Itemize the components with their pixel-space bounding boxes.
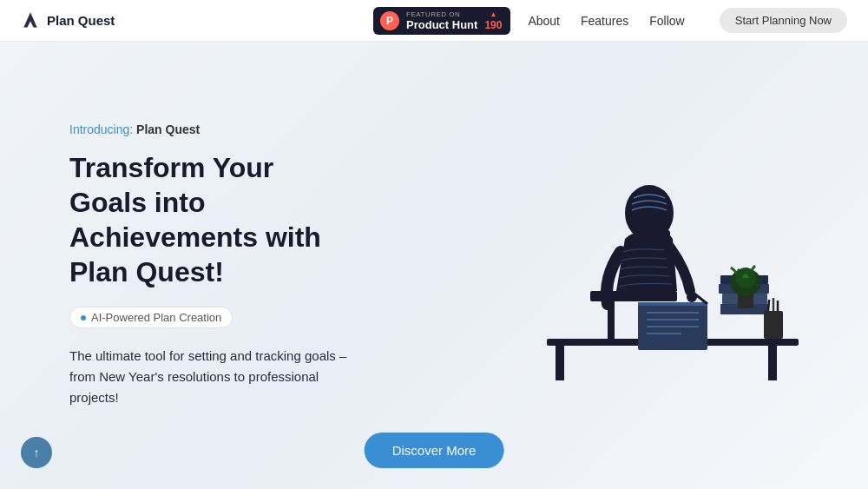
ph-featured-on: FEATURED ON bbox=[406, 10, 477, 18]
svg-point-6 bbox=[625, 185, 674, 241]
discover-more-container: Discover More bbox=[365, 433, 504, 468]
ph-logo-icon: P bbox=[380, 11, 399, 30]
hero-description: The ultimate tool for setting and tracki… bbox=[69, 346, 347, 408]
intro-prefix: Introducing: bbox=[69, 122, 133, 136]
product-hunt-badge[interactable]: P FEATURED ON Product Hunt ▲ 190 bbox=[373, 7, 510, 35]
svg-rect-22 bbox=[764, 311, 783, 339]
nav-center: P FEATURED ON Product Hunt ▲ 190 About F… bbox=[373, 7, 847, 35]
ph-text-block: FEATURED ON Product Hunt bbox=[406, 10, 477, 31]
ph-count: ▲ 190 bbox=[484, 10, 502, 31]
ph-number: 190 bbox=[484, 19, 502, 31]
ai-badge: AI-Powered Plan Creation bbox=[69, 307, 233, 328]
discover-more-button[interactable]: Discover More bbox=[365, 433, 504, 468]
hero-section: Introducing: Plan Quest Transform Your G… bbox=[0, 122, 417, 408]
svg-line-23 bbox=[768, 300, 769, 311]
back-to-top-icon: ↑ bbox=[34, 446, 40, 459]
svg-rect-1 bbox=[556, 346, 564, 380]
ph-arrow-icon: ▲ bbox=[490, 10, 496, 18]
nav-link-follow[interactable]: Follow bbox=[649, 14, 684, 28]
logo[interactable]: Plan Quest bbox=[21, 11, 373, 30]
start-planning-button[interactable]: Start Planning Now bbox=[720, 8, 847, 33]
nav-link-features[interactable]: Features bbox=[581, 14, 628, 28]
navbar: Plan Quest P FEATURED ON Product Hunt ▲ … bbox=[0, 0, 868, 42]
ph-name: Product Hunt bbox=[406, 18, 477, 31]
hero-illustration bbox=[521, 69, 816, 400]
svg-rect-9 bbox=[638, 302, 707, 306]
hero-title: Transform Your Goals into Achievements w… bbox=[69, 150, 347, 289]
nav-links: About Features Follow Start Planning Now bbox=[528, 8, 847, 33]
svg-rect-2 bbox=[768, 346, 777, 380]
ai-badge-dot bbox=[81, 315, 86, 320]
ai-badge-text: AI-Powered Plan Creation bbox=[91, 311, 221, 324]
back-to-top-button[interactable]: ↑ bbox=[21, 437, 52, 468]
intro-label: Introducing: Plan Quest bbox=[69, 122, 347, 136]
intro-name: Plan Quest bbox=[133, 122, 200, 136]
nav-link-about[interactable]: About bbox=[528, 14, 560, 28]
illustration-svg bbox=[521, 69, 816, 400]
logo-icon bbox=[21, 11, 40, 30]
logo-text: Plan Quest bbox=[47, 13, 115, 28]
main-content: Introducing: Plan Quest Transform Your G… bbox=[0, 0, 868, 489]
